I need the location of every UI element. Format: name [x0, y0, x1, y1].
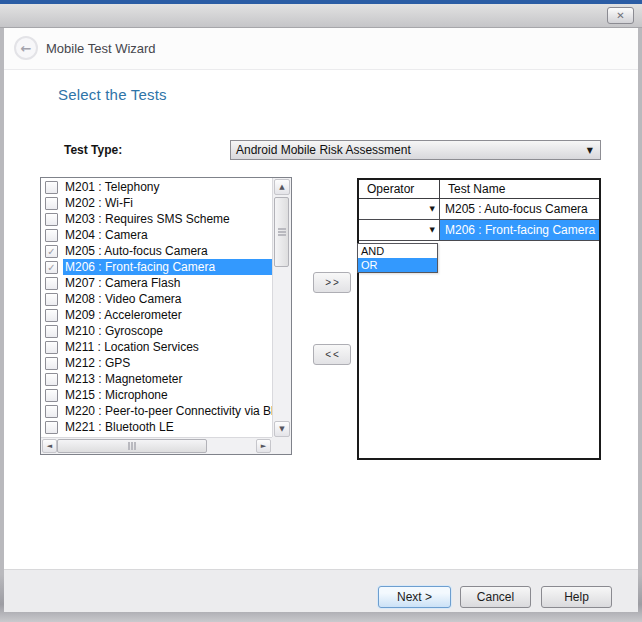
test-type-select[interactable]: Android Mobile Risk Assessment ▼ [230, 140, 601, 160]
list-item-label: M205 : Auto-focus Camera [63, 243, 272, 259]
close-button[interactable]: ✕ [607, 7, 634, 24]
checkbox-icon[interactable] [45, 373, 58, 386]
add-tests-button[interactable]: >> [313, 272, 351, 293]
list-item[interactable]: M202 : Wi-Fi [41, 195, 272, 211]
checkbox-icon[interactable] [45, 325, 58, 338]
test-name-column-header: Test Name [440, 180, 599, 198]
operator-option[interactable]: AND [358, 244, 437, 258]
checkbox-icon[interactable] [45, 309, 58, 322]
checkbox-checked-icon[interactable]: ✓ [45, 261, 58, 274]
list-item[interactable]: M203 : Requires SMS Scheme [41, 211, 272, 227]
checkbox-icon[interactable] [45, 197, 58, 210]
list-item[interactable]: ✓M206 : Front-facing Camera [41, 259, 272, 275]
dialog-panel: ← Mobile Test Wizard Select the Tests Te… [4, 28, 638, 612]
list-item[interactable]: M208 : Video Camera [41, 291, 272, 307]
available-tests-items: M201 : TelephonyM202 : Wi-FiM203 : Requi… [41, 179, 272, 437]
list-item[interactable]: M210 : Gyroscope [41, 323, 272, 339]
vertical-scrollbar-thumb[interactable] [274, 197, 289, 267]
list-item-label: M212 : GPS [63, 355, 272, 371]
cancel-button[interactable]: Cancel [460, 586, 531, 608]
list-item-label: M210 : Gyroscope [63, 323, 272, 339]
page-title: Select the Tests [58, 86, 167, 103]
checkbox-icon[interactable] [45, 277, 58, 290]
test-name-cell[interactable]: M205 : Auto-focus Camera [440, 199, 599, 219]
remove-tests-button[interactable]: << [313, 344, 351, 365]
checkbox-icon[interactable] [45, 405, 58, 418]
back-button[interactable]: ← [14, 36, 38, 60]
table-row: ▼M205 : Auto-focus Camera [359, 199, 599, 220]
list-item-label: M208 : Video Camera [63, 291, 272, 307]
scroll-down-button[interactable]: ▼ [274, 421, 290, 437]
test-name-cell[interactable]: M206 : Front-facing Camera [440, 220, 599, 240]
mobile-test-wizard-window: ✕ ← Mobile Test Wizard Select the Tests … [0, 0, 642, 622]
scroll-down-icon: ▼ [279, 425, 284, 433]
list-item[interactable]: M209 : Accelerometer [41, 307, 272, 323]
horizontal-scrollbar[interactable]: ◄ ► [41, 437, 272, 454]
list-item[interactable]: M201 : Telephony [41, 179, 272, 195]
list-item-label: M215 : Microphone [63, 387, 272, 403]
checkbox-icon[interactable] [45, 181, 58, 194]
list-item-label: M220 : Peer-to-peer Connectivity via Blu… [63, 403, 272, 419]
selected-tests-rows: ▼M205 : Auto-focus Camera▼M206 : Front-f… [359, 199, 599, 241]
thumb-grip [278, 231, 286, 233]
list-item-label: M221 : Bluetooth LE [63, 419, 272, 435]
list-item[interactable]: M215 : Microphone [41, 387, 272, 403]
scroll-right-icon: ► [261, 442, 266, 450]
scroll-up-icon: ▲ [279, 183, 284, 191]
chevron-down-icon[interactable]: ▼ [430, 226, 435, 234]
list-item[interactable]: M220 : Peer-to-peer Connectivity via Blu… [41, 403, 272, 419]
checkbox-icon[interactable] [45, 357, 58, 370]
list-item[interactable]: ✓M205 : Auto-focus Camera [41, 243, 272, 259]
wizard-title: Mobile Test Wizard [46, 28, 156, 70]
close-icon: ✕ [616, 10, 624, 21]
list-item-label: M201 : Telephony [63, 179, 272, 195]
checkbox-icon[interactable] [45, 293, 58, 306]
scroll-left-icon: ◄ [47, 442, 52, 450]
list-item-label: M203 : Requires SMS Scheme [63, 211, 272, 227]
wizard-header: ← Mobile Test Wizard [4, 28, 638, 70]
operator-column-header: Operator [359, 180, 440, 198]
back-arrow-icon: ← [21, 42, 32, 55]
help-button[interactable]: Help [541, 586, 612, 608]
operator-cell[interactable]: ▼ [359, 220, 440, 240]
list-item-label: M206 : Front-facing Camera [63, 259, 272, 275]
operator-option[interactable]: OR [358, 258, 437, 272]
list-item-label: M204 : Camera [63, 227, 272, 243]
checkbox-icon[interactable] [45, 421, 58, 434]
vertical-scrollbar[interactable]: ▲ ▼ [272, 178, 291, 438]
list-item-label: M209 : Accelerometer [63, 307, 272, 323]
thumb-grip [131, 442, 133, 450]
list-item-label: M207 : Camera Flash [63, 275, 272, 291]
scroll-right-button[interactable]: ► [256, 439, 271, 453]
scroll-left-button[interactable]: ◄ [42, 439, 57, 453]
list-item[interactable]: M213 : Magnetometer [41, 371, 272, 387]
list-item[interactable]: M211 : Location Services [41, 339, 272, 355]
checkbox-icon[interactable] [45, 213, 58, 226]
operator-dropdown-popup[interactable]: ANDOR [357, 243, 438, 273]
test-type-label: Test Type: [64, 140, 122, 160]
next-button[interactable]: Next > [378, 586, 451, 608]
list-item[interactable]: M212 : GPS [41, 355, 272, 371]
list-item[interactable]: M207 : Camera Flash [41, 275, 272, 291]
list-item-label: M211 : Location Services [63, 339, 272, 355]
scrollbar-corner [272, 437, 291, 454]
table-row: ▼M206 : Front-facing Camera [359, 220, 599, 241]
titlebar[interactable]: ✕ [0, 4, 642, 28]
checkbox-icon[interactable] [45, 389, 58, 402]
table-header: Operator Test Name [359, 180, 599, 199]
test-type-value: Android Mobile Risk Assessment [231, 143, 587, 157]
list-item[interactable]: M204 : Camera [41, 227, 272, 243]
list-item[interactable]: M221 : Bluetooth LE [41, 419, 272, 435]
list-item-label: M213 : Magnetometer [63, 371, 272, 387]
scroll-up-button[interactable]: ▲ [274, 179, 290, 195]
operator-cell[interactable]: ▼ [359, 199, 440, 219]
chevron-down-icon[interactable]: ▼ [430, 205, 435, 213]
selected-tests-table[interactable]: Operator Test Name ▼M205 : Auto-focus Ca… [357, 178, 601, 460]
available-tests-list[interactable]: M201 : TelephonyM202 : Wi-FiM203 : Requi… [40, 177, 292, 455]
checkbox-icon[interactable] [45, 229, 58, 242]
operator-value [359, 203, 363, 215]
horizontal-scrollbar-thumb[interactable] [57, 439, 207, 453]
operator-value [359, 224, 363, 236]
checkbox-icon[interactable] [45, 341, 58, 354]
checkbox-checked-icon[interactable]: ✓ [45, 245, 58, 258]
